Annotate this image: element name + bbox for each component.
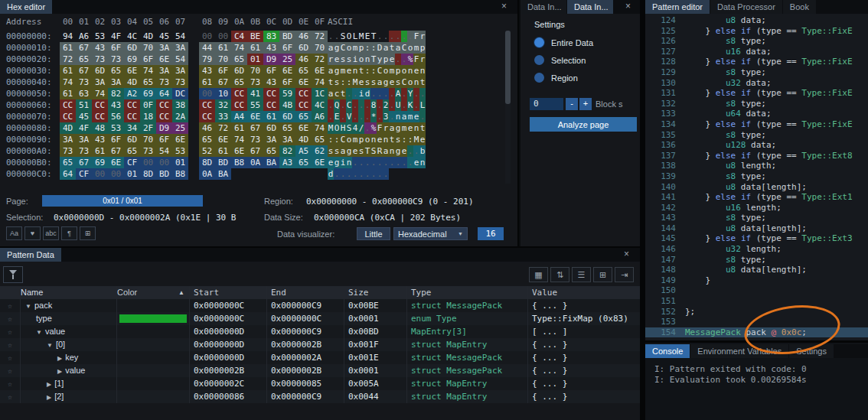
ascii-char[interactable]: n: [395, 111, 401, 122]
hex-byte[interactable]: 6D: [295, 42, 312, 54]
code-line[interactable]: 148 u8 data[length];: [645, 265, 868, 275]
ascii-char[interactable]: g: [334, 65, 340, 77]
ascii-char[interactable]: o: [346, 134, 352, 145]
ascii-char[interactable]: .: [328, 99, 334, 111]
code-line[interactable]: 140 u8 data[length];: [645, 182, 868, 193]
hex-byte[interactable]: 53: [92, 31, 108, 42]
hex-byte[interactable]: 73: [76, 145, 92, 157]
hex-byte[interactable]: 54: [172, 31, 188, 42]
favorite-star-icon[interactable]: ☆: [0, 351, 20, 364]
ascii-char[interactable]: F: [413, 31, 419, 42]
tab-console[interactable]: Console: [645, 344, 690, 358]
code-line[interactable]: 126 s8 type;: [645, 36, 868, 47]
hex-byte[interactable]: BD: [156, 168, 172, 180]
ascii-char[interactable]: C: [401, 77, 407, 88]
ascii-char[interactable]: m: [340, 65, 346, 77]
ascii-char[interactable]: .: [377, 31, 383, 42]
ascii-char[interactable]: n: [407, 65, 413, 77]
col-header-start[interactable]: Start: [189, 286, 266, 299]
hex-byte[interactable]: 6E: [172, 134, 188, 145]
hex-byte[interactable]: 70: [247, 65, 263, 77]
ascii-char[interactable]: .: [389, 157, 395, 168]
hex-byte[interactable]: 6E: [215, 134, 231, 145]
ascii-char[interactable]: M: [328, 122, 334, 134]
ascii-char[interactable]: n: [419, 157, 426, 168]
hex-byte[interactable]: 70: [140, 42, 156, 54]
ascii-char[interactable]: .: [413, 99, 419, 111]
pattern-row[interactable]: ☆▼pack0x0000000C0x000000C90x00BEstruct M…: [0, 299, 640, 312]
hex-byte[interactable]: 3A: [263, 134, 279, 145]
ascii-char[interactable]: .: [413, 88, 419, 99]
ascii-char[interactable]: .: [340, 99, 346, 111]
ascii-char[interactable]: :: [328, 134, 334, 145]
hex-byte[interactable]: A3: [279, 157, 295, 168]
hex-byte[interactable]: 62: [312, 145, 328, 157]
hex-byte[interactable]: 73: [172, 77, 188, 88]
hex-byte[interactable]: 25: [172, 122, 188, 134]
ascii-char[interactable]: i: [358, 88, 364, 99]
hex-byte[interactable]: 61: [199, 77, 215, 88]
ascii-char[interactable]: L: [419, 99, 426, 111]
radio-icon[interactable]: [534, 55, 544, 65]
ascii-char[interactable]: .: [346, 88, 352, 99]
hex-byte[interactable]: 48: [92, 122, 108, 134]
hex-byte[interactable]: 61: [231, 122, 247, 134]
hex-byte[interactable]: 59: [279, 88, 295, 99]
hex-byte[interactable]: 4D: [124, 77, 140, 88]
hex-byte[interactable]: 74: [231, 42, 247, 54]
ascii-char[interactable]: .: [389, 99, 395, 111]
hex-byte[interactable]: 56: [108, 111, 124, 122]
hex-byte[interactable]: 43: [199, 65, 215, 77]
ascii-char[interactable]: .: [364, 111, 370, 122]
ascii-char[interactable]: e: [413, 65, 419, 77]
chevron-right-icon[interactable]: ▶: [57, 355, 62, 362]
pattern-row[interactable]: ☆▶[1]0x0000002C0x000000850x005Astruct Ma…: [0, 377, 640, 390]
ascii-char[interactable]: .: [328, 111, 334, 122]
ascii-char[interactable]: n: [413, 122, 419, 134]
hex-byte[interactable]: 65: [295, 157, 312, 168]
ascii-char[interactable]: m: [413, 42, 419, 54]
hex-byte[interactable]: 6E: [295, 77, 312, 88]
ascii-char[interactable]: m: [352, 134, 358, 145]
hex-byte[interactable]: 0F: [140, 99, 156, 111]
ascii-char[interactable]: t: [419, 122, 426, 134]
pattern-row[interactable]: ☆▼value0x0000000D0x000000C90x00BDMapEntr…: [0, 325, 640, 338]
ascii-char[interactable]: C: [340, 42, 346, 54]
pattern-row[interactable]: ☆▶value0x0000002B0x0000002B0x0001struct …: [0, 364, 640, 377]
hex-byte[interactable]: 00: [199, 31, 215, 42]
ascii-char[interactable]: :: [364, 42, 370, 54]
ascii-char[interactable]: p: [358, 42, 364, 54]
ascii-char[interactable]: n: [383, 134, 389, 145]
case-toggle-button[interactable]: Aa: [6, 226, 22, 240]
hex-byte[interactable]: 70: [215, 54, 231, 65]
hex-byte[interactable]: 74: [92, 88, 108, 99]
tab-data-inspector-1[interactable]: Data In...: [520, 0, 566, 14]
radio-region[interactable]: Region: [520, 69, 640, 86]
hex-byte[interactable]: 65: [295, 65, 312, 77]
hex-byte[interactable]: 74: [231, 134, 247, 145]
ascii-char[interactable]: V: [346, 111, 352, 122]
ascii-char[interactable]: M: [352, 77, 358, 88]
block-size-input[interactable]: 0: [530, 98, 563, 110]
hex-byte[interactable]: 6E: [312, 157, 328, 168]
ascii-char[interactable]: o: [364, 134, 370, 145]
ascii-char[interactable]: e: [377, 134, 383, 145]
ascii-char[interactable]: s: [328, 145, 334, 157]
ascii-char[interactable]: m: [389, 65, 395, 77]
code-line[interactable]: 143 s8 type;: [645, 213, 868, 223]
ascii-char[interactable]: d: [328, 168, 334, 180]
ascii-char[interactable]: .: [358, 168, 364, 180]
ascii-char[interactable]: 8: [370, 99, 377, 111]
hex-byte[interactable]: 6E: [231, 145, 247, 157]
ascii-char[interactable]: .: [358, 157, 364, 168]
hex-byte[interactable]: 45: [156, 31, 172, 42]
hex-byte[interactable]: 74: [312, 122, 328, 134]
ascii-char[interactable]: e: [346, 65, 352, 77]
col-header-end[interactable]: End: [266, 286, 344, 299]
hex-byte[interactable]: 65: [76, 54, 92, 65]
ascii-char[interactable]: e: [413, 157, 419, 168]
hex-byte[interactable]: A4: [231, 111, 247, 122]
ascii-char[interactable]: n: [346, 157, 352, 168]
favorite-star-icon[interactable]: ☆: [0, 390, 20, 403]
hex-byte[interactable]: 6E: [108, 157, 124, 168]
